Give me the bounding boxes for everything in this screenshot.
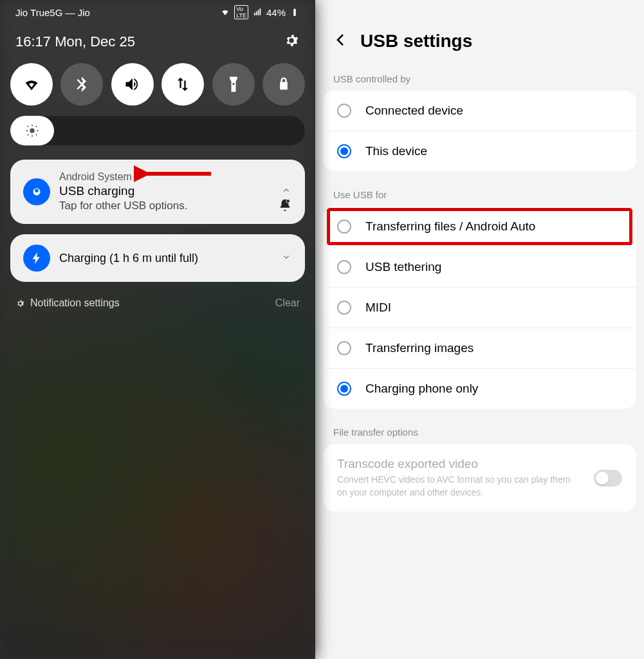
rotation-lock-icon (275, 75, 293, 93)
charging-notif-icon (23, 245, 50, 272)
option-label: Connected device (365, 104, 622, 118)
brightness-handle[interactable] (10, 116, 54, 145)
radio-unchecked (337, 301, 351, 315)
charging-title: Charging (1 h 6 m until full) (59, 252, 271, 265)
settings-gear-icon[interactable] (283, 32, 300, 51)
notif-bell-icon[interactable] (278, 198, 292, 215)
data-arrows-icon (174, 75, 192, 93)
option-charging-only[interactable]: Charging phone only (323, 369, 636, 409)
option-this-device[interactable]: This device (323, 131, 636, 171)
radio-checked (337, 144, 351, 158)
brightness-slider[interactable]: ⋮ (10, 116, 305, 145)
usb-notif-icon (23, 178, 50, 205)
bluetooth-icon (73, 75, 91, 93)
gear-icon (15, 299, 25, 308)
option-connected-device[interactable]: Connected device (323, 91, 636, 131)
qs-rotation-lock[interactable] (262, 63, 305, 106)
option-transferring-files[interactable]: Transferring files / Android Auto (323, 207, 636, 247)
svg-point-4 (286, 200, 290, 203)
toggle-off[interactable] (594, 470, 622, 487)
qs-wifi[interactable] (10, 63, 53, 106)
option-label: Charging phone only (365, 382, 622, 396)
option-label: MIDI (365, 301, 622, 315)
radio-unchecked (337, 219, 351, 234)
radio-unchecked (337, 104, 351, 118)
option-label: Transferring images (365, 341, 622, 355)
qs-sound[interactable] (111, 63, 154, 106)
notification-charging[interactable]: Charging (1 h 6 m until full) (10, 234, 305, 282)
battery-icon (290, 8, 300, 17)
option-label: Transferring files / Android Auto (365, 219, 622, 234)
collapse-chevron-icon[interactable] (281, 185, 292, 199)
status-icons: VoLTE 44% (220, 5, 300, 19)
svg-point-0 (30, 128, 34, 133)
clear-button[interactable]: Clear (275, 297, 300, 309)
chevron-left-icon (333, 32, 349, 48)
notif-settings-label: Notification settings (30, 297, 120, 309)
quick-settings-row (10, 60, 305, 116)
carrier-label: Jio True5G — Jio (15, 7, 90, 18)
signal-icon (252, 8, 262, 17)
brightness-menu-icon[interactable]: ⋮ (284, 122, 296, 139)
qs-bluetooth[interactable] (60, 63, 103, 106)
svg-point-3 (35, 189, 39, 192)
section-label-controlled-by: USB controlled by (315, 70, 644, 91)
option-transcode[interactable]: Transcode exported video Convert HEVC vi… (323, 444, 636, 512)
radio-checked (337, 382, 351, 396)
section-label-file-transfer: File transfer options (315, 423, 644, 444)
brightness-icon (25, 124, 39, 138)
notif-subtitle: Tap for other USB options. (59, 200, 271, 212)
option-description: Convert HEVC videos to AVC format so you… (337, 474, 580, 499)
radio-unchecked (337, 341, 351, 355)
option-usb-tethering[interactable]: USB tethering (323, 247, 636, 288)
wifi-icon (23, 75, 41, 93)
date-time-label: 16:17 Mon, Dec 25 (15, 33, 135, 50)
usb-settings-screen: USB settings USB controlled by Connected… (315, 0, 644, 659)
notification-shade: Jio True5G — Jio VoLTE 44% 16:17 Mon, De… (0, 0, 315, 659)
flashlight-icon (225, 75, 243, 93)
qs-data[interactable] (161, 63, 204, 106)
volume-icon (124, 75, 142, 93)
radio-unchecked (337, 260, 351, 274)
wifi-icon (220, 8, 230, 17)
option-label: USB tethering (365, 260, 622, 274)
notification-settings-link[interactable]: Notification settings (15, 297, 120, 309)
qs-flashlight[interactable] (212, 63, 255, 106)
group-file-transfer: Transcode exported video Convert HEVC vi… (323, 444, 636, 512)
option-midi[interactable]: MIDI (323, 288, 636, 328)
battery-percent: 44% (266, 7, 286, 18)
notif-title: USB charging (59, 184, 271, 198)
notif-source: Android System (59, 171, 271, 183)
volte-icon: VoLTE (234, 5, 248, 19)
group-use-usb-for: Transferring files / Android Auto USB te… (323, 207, 636, 409)
section-label-use-usb-for: Use USB for (315, 185, 644, 207)
status-bar: Jio True5G — Jio VoLTE 44% (10, 0, 305, 22)
notification-usb[interactable]: Android System USB charging Tap for othe… (10, 160, 305, 224)
option-label: Transcode exported video (337, 457, 580, 471)
back-button[interactable] (333, 32, 349, 50)
page-title: USB settings (360, 31, 472, 51)
option-transferring-images[interactable]: Transferring images (323, 328, 636, 369)
option-label: This device (365, 144, 622, 158)
expand-chevron-icon[interactable] (281, 251, 292, 265)
group-controlled-by: Connected device This device (323, 91, 636, 171)
